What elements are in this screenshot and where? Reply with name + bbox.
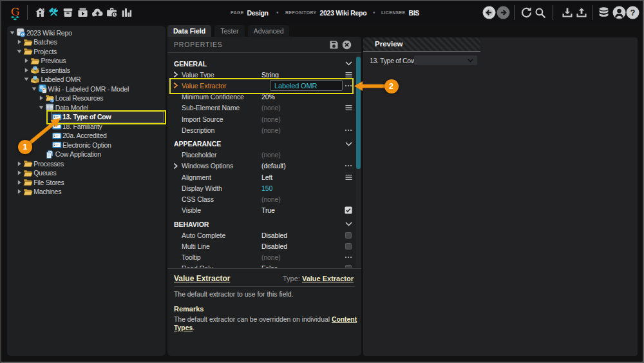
- tree-item-machines[interactable]: Machines: [7, 187, 166, 197]
- search-icon[interactable]: [533, 1, 547, 25]
- tree-expander-collapsed-icon[interactable]: [38, 93, 44, 103]
- property-value[interactable]: Left: [261, 172, 272, 182]
- tree-expander-expanded-icon[interactable]: [23, 75, 30, 84]
- tree-item-processes[interactable]: Processes: [7, 159, 166, 169]
- property-expand-icon[interactable]: [173, 160, 178, 173]
- tree-item-file-stores[interactable]: File Stores: [7, 178, 166, 188]
- property-row-windows-options[interactable]: Windows Options(default): [167, 161, 355, 172]
- property-value[interactable]: True: [261, 205, 275, 216]
- property-value[interactable]: (none): [261, 193, 281, 204]
- ellipsis-button[interactable]: [344, 124, 353, 135]
- tree-expander-collapsed-icon[interactable]: [16, 37, 23, 47]
- property-row-tooltip[interactable]: Tooltip(none): [167, 252, 355, 263]
- checkbox-unchecked[interactable]: [344, 263, 353, 268]
- back-icon[interactable]: [482, 1, 496, 25]
- property-row-placeholder[interactable]: Placeholder(none): [167, 150, 355, 161]
- tree-item-queues[interactable]: Queues: [7, 168, 166, 178]
- property-row-auto-complete[interactable]: Auto CompleteDisabled: [167, 230, 355, 240]
- help-type: Type: Value Extractor: [283, 275, 354, 282]
- tree-item-local-resources[interactable]: Local Resources: [7, 93, 166, 103]
- tree-item-wiki-labeled-omr-model[interactable]: Wiki - Labeled OMR - Model: [7, 84, 166, 94]
- menu-icon[interactable]: [344, 103, 353, 113]
- tree-expander-collapsed-icon[interactable]: [16, 178, 23, 188]
- property-row-css-class[interactable]: CSS Class(none): [167, 193, 355, 204]
- download-icon[interactable]: [560, 1, 574, 25]
- jobs-icon[interactable]: [105, 1, 119, 25]
- refresh-icon[interactable]: [519, 1, 533, 25]
- checkbox-unchecked[interactable]: [344, 240, 353, 251]
- property-value[interactable]: (none): [261, 103, 281, 113]
- upload-icon[interactable]: [574, 1, 589, 25]
- tree-item-batches[interactable]: Batches: [7, 37, 166, 47]
- tree-item-essentials[interactable]: Essentials: [7, 66, 166, 75]
- property-value[interactable]: 150: [261, 182, 272, 193]
- properties-scrollbar[interactable]: [356, 54, 361, 268]
- checkbox-unchecked[interactable]: [344, 230, 353, 240]
- model-icon: [38, 84, 48, 94]
- batches-icon[interactable]: [61, 1, 75, 25]
- menu-icon[interactable]: [344, 172, 353, 182]
- property-row-read-only[interactable]: Read OnlyFalse: [167, 263, 355, 268]
- group-header-appearance[interactable]: APPEARANCE: [167, 139, 355, 150]
- property-value[interactable]: Disabled: [261, 230, 287, 240]
- tab-data-field[interactable]: Data Field: [167, 25, 211, 37]
- application-icon: [45, 150, 55, 159]
- group-header-label: BEHAVIOR: [174, 221, 209, 228]
- forward-icon[interactable]: [497, 1, 511, 25]
- group-header-general[interactable]: GENERAL: [167, 58, 355, 69]
- property-value[interactable]: False: [261, 263, 278, 268]
- stats-icon[interactable]: [119, 1, 133, 25]
- design-icon[interactable]: [46, 1, 61, 25]
- property-row-sub-element-name[interactable]: Sub-Element Name(none): [167, 103, 355, 113]
- property-value[interactable]: (none): [261, 124, 281, 135]
- tab-advanced[interactable]: Advanced: [248, 25, 290, 37]
- ellipsis-button[interactable]: [344, 161, 353, 172]
- scrollbar-thumb[interactable]: [356, 57, 361, 169]
- preview-field-select[interactable]: [414, 55, 477, 65]
- property-row-multi-line[interactable]: Multi LineDisabled: [167, 240, 355, 251]
- property-value[interactable]: (none): [261, 252, 281, 263]
- database-icon[interactable]: [596, 1, 611, 25]
- tree-expander-collapsed-icon[interactable]: [16, 159, 23, 169]
- tree-expander-expanded-icon[interactable]: [31, 84, 37, 94]
- tree-item-projects[interactable]: Projects: [7, 47, 166, 57]
- breadcrumb-key: LICENSEE: [381, 10, 405, 15]
- ellipsis-button[interactable]: [344, 252, 353, 263]
- chevron-down-icon[interactable]: [345, 219, 352, 230]
- user-icon[interactable]: [612, 1, 626, 25]
- close-icon[interactable]: [342, 40, 352, 50]
- property-value[interactable]: (default): [261, 161, 286, 172]
- batch-viewer-icon[interactable]: [76, 1, 90, 25]
- tree-expander-expanded-icon[interactable]: [38, 103, 44, 113]
- property-row-alignment[interactable]: AlignmentLeft: [167, 172, 355, 182]
- tab-tester[interactable]: Tester: [214, 25, 245, 37]
- tree-expander-expanded-icon[interactable]: [16, 47, 23, 57]
- home-icon[interactable]: [33, 1, 47, 25]
- property-row-description[interactable]: Description(none): [167, 124, 355, 135]
- chevron-down-icon[interactable]: [345, 139, 352, 150]
- property-value[interactable]: (none): [261, 150, 281, 161]
- tree-item-labeled-omr[interactable]: Labeled OMR: [7, 75, 166, 84]
- property-value[interactable]: (none): [261, 113, 281, 124]
- app-window: G PAGEDesignREPOSITORY2023 Wiki RepoLICE…: [0, 0, 644, 363]
- imports-icon[interactable]: [90, 1, 104, 25]
- tree-item-previous[interactable]: Previous: [7, 56, 166, 66]
- chevron-down-icon[interactable]: [345, 58, 352, 69]
- group-header-behavior[interactable]: BEHAVIOR: [167, 219, 355, 230]
- property-row-import-source[interactable]: Import Source(none): [167, 113, 355, 124]
- property-row-display-width[interactable]: Display Width150: [167, 182, 355, 193]
- help-type-link[interactable]: Value Extractor: [302, 275, 354, 282]
- property-value[interactable]: Disabled: [261, 240, 287, 251]
- tree-expander-collapsed-icon[interactable]: [16, 168, 23, 178]
- tree-expander-collapsed-icon[interactable]: [23, 66, 30, 75]
- breadcrumb-repository: REPOSITORY2023 Wiki Repo: [285, 1, 366, 25]
- tree-expander-collapsed-icon[interactable]: [16, 187, 23, 197]
- tree-expander-expanded-icon[interactable]: [9, 28, 15, 38]
- tree-item-2023-wiki-repo[interactable]: 2023 Wiki Repo: [7, 28, 166, 38]
- checkbox-checked[interactable]: [344, 205, 353, 216]
- tree-item-20a-accredited[interactable]: 20a. Accredited: [7, 131, 166, 141]
- help-icon[interactable]: ?: [625, 1, 639, 25]
- tree-expander-collapsed-icon[interactable]: [23, 56, 30, 66]
- property-row-visible[interactable]: VisibleTrue: [167, 205, 355, 216]
- save-icon[interactable]: [329, 40, 339, 50]
